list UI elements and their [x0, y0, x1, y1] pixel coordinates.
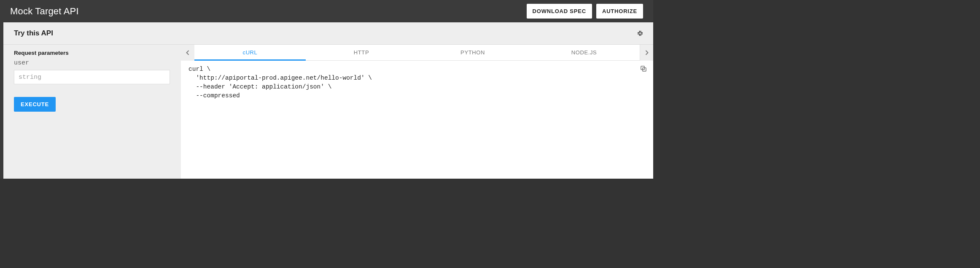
tab-label: HTTP: [354, 49, 369, 56]
app-root: Mock Target API DOWNLOAD SPEC AUTHORIZE …: [0, 0, 653, 179]
tab-label: cURL: [243, 49, 258, 56]
tab-curl[interactable]: cURL: [194, 45, 306, 60]
tab-nodejs[interactable]: NODE.JS: [528, 45, 640, 60]
tab-python[interactable]: PYTHON: [417, 45, 528, 60]
code-tabs: cURL HTTP PYTHON NODE.JS: [194, 45, 640, 61]
panel-body: Request parameters user EXECUTE cURL: [3, 45, 653, 179]
code-snippet: curl \ 'http://apiportal-prod.apigee.net…: [188, 65, 635, 100]
tab-label: NODE.JS: [571, 49, 597, 56]
tabs-scroll-left-button[interactable]: [181, 45, 194, 61]
page-title: Mock Target API: [10, 6, 522, 17]
download-spec-button[interactable]: DOWNLOAD SPEC: [527, 4, 592, 19]
param-input-user[interactable]: [14, 70, 170, 84]
code-snippet-area: curl \ 'http://apiportal-prod.apigee.net…: [181, 61, 653, 179]
code-tabs-row: cURL HTTP PYTHON NODE.JS: [181, 45, 653, 61]
request-parameters-label: Request parameters: [14, 50, 170, 56]
panel-title: Try this API: [14, 29, 636, 38]
tab-label: PYTHON: [460, 49, 485, 56]
param-name-user: user: [14, 59, 170, 67]
collapse-icon[interactable]: [636, 29, 644, 37]
panel-header: Try this API: [3, 22, 653, 45]
tab-http[interactable]: HTTP: [306, 45, 417, 60]
code-sample-section: cURL HTTP PYTHON NODE.JS: [181, 45, 653, 179]
authorize-button[interactable]: AUTHORIZE: [596, 4, 643, 19]
copy-icon[interactable]: [640, 65, 647, 72]
execute-button[interactable]: EXECUTE: [14, 97, 56, 112]
tabs-scroll-right-button[interactable]: [640, 45, 653, 61]
app-header: Mock Target API DOWNLOAD SPEC AUTHORIZE: [0, 0, 653, 22]
try-api-panel: Try this API Request parameters user EXE…: [0, 22, 653, 179]
request-parameters-section: Request parameters user EXECUTE: [3, 45, 181, 179]
